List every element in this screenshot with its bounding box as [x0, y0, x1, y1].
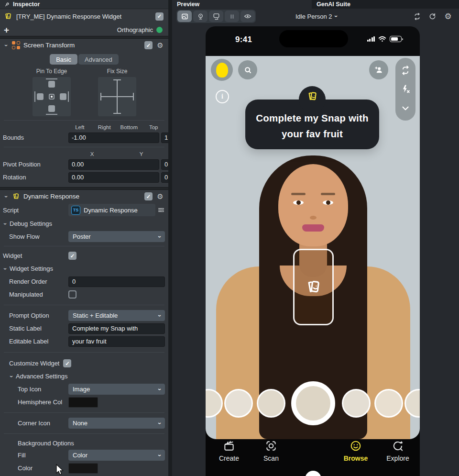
top-icon-dropdown[interactable]: Image	[68, 384, 165, 395]
hemisphere-color-swatch[interactable]	[68, 397, 98, 408]
screen-transform-header[interactable]: Screen Transform	[0, 39, 168, 52]
color-swatch[interactable]	[68, 463, 98, 474]
dynamic-response-header[interactable]: Dynamic Response	[0, 190, 168, 203]
preview-settings-gear-icon[interactable]	[444, 11, 452, 22]
divider	[4, 246, 164, 246]
dynamic-response-gear-icon[interactable]	[156, 192, 164, 201]
flip-camera-icon[interactable]	[400, 65, 411, 76]
screen-transform-icon	[12, 41, 20, 49]
phone-simulator: 9:41 Create Scan	[206, 26, 420, 476]
dynamic-response-enabled-checkbox[interactable]	[144, 192, 153, 200]
tab-advanced[interactable]: Advanced	[78, 54, 119, 65]
fill-label: Fill	[18, 452, 26, 459]
collapse-chevron-icon[interactable]	[3, 43, 10, 48]
preview-mode-image-button[interactable]	[177, 11, 192, 22]
profile-avatar-button[interactable]	[211, 59, 233, 81]
bounds-header-top: Top	[142, 124, 165, 130]
top-icon-label: Top Icon	[18, 386, 41, 393]
preview-toolbar: Idle Person 2	[172, 9, 459, 24]
refresh-icon[interactable]	[428, 12, 437, 21]
pin-to-edge-widget[interactable]	[33, 77, 71, 116]
lens-item[interactable]	[257, 389, 285, 418]
divider	[4, 433, 164, 434]
frame-cards-icon	[305, 278, 322, 296]
debug-settings-row[interactable]: Debug Settings	[0, 217, 168, 230]
screen-transform-enabled-checkbox[interactable]	[144, 41, 153, 49]
capture-frame[interactable]	[293, 249, 334, 325]
collapse-chevron-icon[interactable]	[2, 266, 9, 271]
capture-button[interactable]	[291, 381, 335, 425]
tab-basic[interactable]: Basic	[50, 54, 77, 65]
widget-checkbox[interactable]	[68, 252, 76, 260]
restart-preview-icon[interactable]	[413, 12, 421, 21]
pivot-x-input[interactable]	[68, 159, 159, 170]
explore-icon	[392, 440, 404, 452]
render-order-input[interactable]	[68, 277, 165, 287]
nav-scan[interactable]: Scan	[251, 440, 291, 462]
static-label-input[interactable]	[68, 323, 165, 334]
nav-create[interactable]: Create	[209, 440, 249, 462]
manipulated-checkbox[interactable]	[68, 290, 76, 299]
preview-pause-button[interactable]	[225, 11, 239, 22]
inspected-object-row[interactable]: [TRY_ME] Dynamic Response Widget	[0, 9, 168, 23]
show-flow-label: Show Flow	[9, 233, 40, 240]
editable-label-input[interactable]	[68, 336, 165, 347]
rotation-x-input[interactable]	[68, 172, 159, 183]
preview-mode-device-button[interactable]	[209, 11, 223, 22]
scan-icon	[265, 440, 277, 452]
bitmoji-avatar-icon	[216, 63, 228, 77]
pause-icon	[229, 13, 236, 20]
fix-size-label: Fix Size	[98, 68, 136, 76]
preview-mode-webcam-button[interactable]	[193, 11, 208, 22]
object-enabled-checkbox[interactable]	[155, 12, 164, 21]
render-order-label: Render Order	[9, 278, 47, 285]
chevron-down-icon	[156, 236, 163, 238]
lens-item[interactable]	[374, 389, 403, 418]
widget-settings-row[interactable]: Widget Settings	[0, 262, 168, 275]
script-field[interactable]: TS Dynamic Response	[68, 204, 155, 216]
pivot-y-input[interactable]	[161, 159, 168, 170]
search-button[interactable]	[238, 60, 257, 79]
nav-browse[interactable]: Browse	[336, 440, 376, 462]
poster-cards-icon	[306, 90, 318, 102]
collapse-chevron-icon[interactable]	[3, 194, 10, 199]
script-options-icon[interactable]	[157, 206, 165, 214]
customize-widget-checkbox[interactable]	[63, 359, 71, 367]
close-lens-button[interactable]	[305, 471, 321, 476]
tab-genai-suite[interactable]: GenAI Suite	[312, 0, 459, 9]
fill-dropdown[interactable]: Color	[68, 450, 165, 461]
collapse-chevron-icon[interactable]	[2, 221, 9, 226]
flash-off-icon[interactable]	[400, 84, 411, 94]
add-friend-button[interactable]	[369, 60, 388, 79]
prompt-option-label: Prompt Option	[9, 312, 49, 319]
bounds-left-input[interactable]	[68, 133, 159, 143]
show-flow-dropdown[interactable]: Poster	[68, 231, 165, 242]
corner-icon-dropdown[interactable]: None	[68, 418, 165, 429]
person-face	[278, 164, 348, 246]
info-button[interactable]	[216, 90, 229, 103]
person-selector-dropdown[interactable]: Idle Person 2	[295, 13, 337, 20]
rotation-y-input[interactable]	[161, 172, 168, 183]
app-window: Inspector [TRY_ME] Dynamic Response Widg…	[0, 0, 459, 476]
prompt-poster[interactable]: Complete my Snap with your fav fruit	[245, 100, 379, 149]
inspected-object-label: [TRY_ME] Dynamic Response Widget	[16, 13, 152, 20]
inspector-title: Inspector	[13, 1, 40, 8]
preview-title: Preview	[172, 1, 199, 8]
chevron-down-icon[interactable]	[400, 103, 411, 113]
nav-explore[interactable]: Explore	[378, 440, 418, 462]
battery-icon	[390, 36, 402, 42]
prompt-option-dropdown[interactable]: Static + Editable	[68, 310, 165, 321]
lens-item[interactable]	[342, 389, 371, 418]
preview-visibility-button[interactable]	[240, 11, 255, 22]
pivot-header-y: Y	[118, 151, 165, 157]
bounds-right-input[interactable]	[161, 133, 168, 143]
collapse-chevron-icon[interactable]	[8, 374, 15, 379]
script-value: Dynamic Response	[84, 207, 138, 214]
add-component-button[interactable]: +	[4, 25, 9, 34]
advanced-settings-row[interactable]: Advanced Settings	[0, 370, 168, 383]
transform-mode-tabs: Basic Advanced	[50, 54, 119, 65]
fix-size-widget[interactable]	[98, 77, 136, 116]
lens-item[interactable]	[224, 389, 253, 418]
device-mirror-icon	[212, 12, 220, 21]
screen-transform-gear-icon[interactable]	[156, 41, 164, 50]
